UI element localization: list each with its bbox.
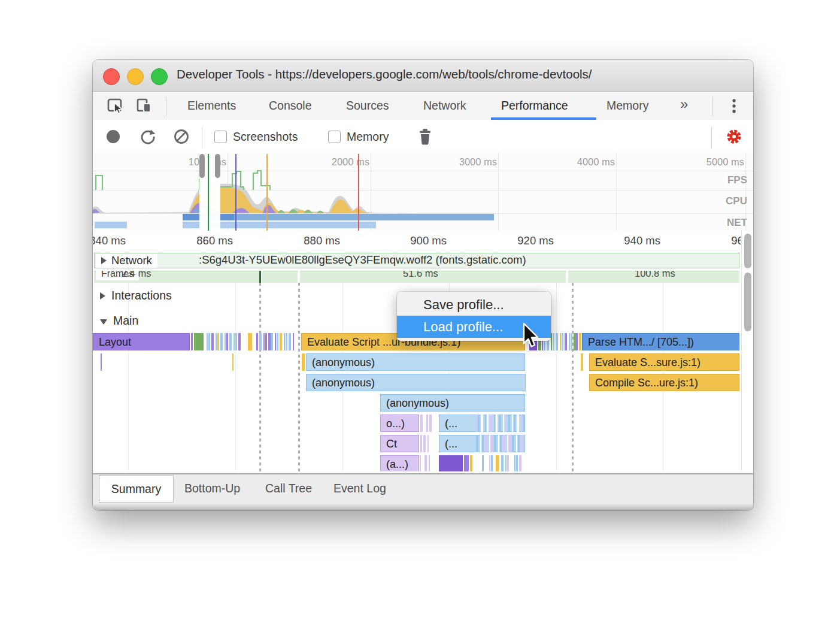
bottom-tab-bottom-up[interactable]: Bottom-Up: [184, 482, 240, 495]
flame-bar-paint[interactable]: [194, 333, 204, 350]
devtools-window: Developer Tools - https://developers.goo…: [93, 60, 753, 510]
minimize-window-button[interactable]: [127, 68, 144, 85]
flame-stripe: [275, 333, 276, 350]
flame-bar-anonymous[interactable]: (anonymous): [380, 394, 525, 412]
record-button[interactable]: [106, 129, 120, 144]
ruler-tick: 860 ms: [175, 234, 233, 247]
flame-stripe: [565, 333, 567, 350]
flame-stripe: [503, 415, 504, 432]
scrollbar-thumb[interactable]: [744, 234, 751, 268]
net-request-bar: [95, 222, 127, 228]
tab-elements[interactable]: Elements: [187, 99, 236, 113]
flame-stripe: [518, 435, 520, 452]
flame-bar-anonymous[interactable]: (anonymous): [306, 374, 526, 391]
scrollbar-thumb[interactable]: [744, 273, 751, 331]
network-request-name: :S6g4U3t-Y5UEw0lE80llgEseQY3FEmqw.woff2 …: [199, 253, 526, 267]
flame-stripe: [293, 333, 294, 350]
tab-memory[interactable]: Memory: [607, 99, 648, 113]
flame-stripe: [516, 455, 518, 471]
flame-bar-o[interactable]: o...): [380, 415, 419, 432]
flame-stripe: [256, 333, 258, 350]
reload-record-button[interactable]: [140, 128, 156, 145]
screenshots-checkbox[interactable]: [214, 131, 227, 143]
flame-stripe: [232, 353, 233, 371]
flame-stripe: [485, 455, 487, 471]
vertical-scrollbar[interactable]: [741, 231, 753, 471]
window-title: Developer Tools - https://developers.goo…: [177, 67, 592, 81]
flame-stripe: [491, 455, 493, 471]
flame-bar-ct[interactable]: Ct: [380, 435, 419, 452]
flame-stripe: [481, 415, 483, 432]
onload-event-line: [266, 154, 268, 231]
flame-stripe: [427, 435, 429, 452]
memory-checkbox[interactable]: [328, 131, 341, 143]
flame-stripe: [507, 455, 509, 471]
devtools-menu-icon[interactable]: [730, 96, 738, 116]
frame-bar[interactable]: [262, 271, 298, 283]
screenshots-checkbox-label[interactable]: Screenshots: [233, 130, 298, 144]
flame-stripe: [508, 415, 510, 432]
inspect-element-icon[interactable]: [107, 97, 125, 115]
flame-stripe: [517, 415, 519, 432]
expand-triangle-icon[interactable]: [101, 257, 107, 264]
flame-stripe: [551, 333, 552, 350]
flame-stripe: [503, 435, 505, 452]
clear-button[interactable]: [173, 128, 190, 145]
frame-marker: [259, 271, 261, 283]
settings-gear-icon[interactable]: [724, 126, 744, 147]
detail-ruler[interactable]: 840 ms 860 ms 880 ms 900 ms 920 ms 940 m…: [93, 231, 753, 252]
flame-stripe: [280, 333, 282, 350]
ruler-tick: 880 ms: [283, 234, 340, 247]
more-tabs-icon[interactable]: »: [680, 96, 688, 113]
flame-bar-parse-html[interactable]: Parse HTM.../ [705...]): [582, 333, 739, 350]
flame-bar-layout[interactable]: Layout: [93, 333, 190, 350]
flame-stripe: [429, 415, 432, 432]
bottom-tab-event-log[interactable]: Event Log: [333, 482, 386, 495]
ruler-tick: 840 ms: [93, 234, 126, 247]
selection-left-handle[interactable]: [199, 154, 205, 178]
bottom-tab-summary[interactable]: Summary: [99, 475, 174, 503]
flame-bar-a[interactable]: (a...): [380, 455, 419, 471]
zoom-window-button[interactable]: [151, 68, 168, 85]
tab-network[interactable]: Network: [423, 99, 466, 113]
frame-duration: 2.4 ms: [122, 271, 151, 279]
bottom-tab-call-tree[interactable]: Call Tree: [265, 482, 312, 495]
flame-stripe: [235, 333, 237, 350]
flame-stripe: [571, 333, 572, 350]
memory-checkbox-label[interactable]: Memory: [347, 130, 389, 144]
selection-right-handle[interactable]: [215, 154, 220, 178]
flame-bar-script[interactable]: [248, 333, 252, 350]
flame-chart[interactable]: Layout Evaluate Script ...ur-bundle.js:1…: [93, 331, 741, 471]
tabbar-divider: [712, 96, 713, 116]
flame-bar-compile-sc[interactable]: Compile Sc...ure.js:1): [589, 374, 739, 391]
flame-stripe: [487, 415, 489, 432]
main-track-header[interactable]: Main: [100, 314, 138, 328]
frames-track: Frames 2.4 ms 51.6 ms 100.8 ms: [93, 271, 741, 283]
toolbar-divider: [166, 96, 166, 116]
interactions-track-header[interactable]: Interactions: [100, 289, 172, 303]
flame-bar-evaluate-s[interactable]: Evaluate S...sure.js:1): [589, 353, 739, 371]
flame-stripe: [277, 333, 278, 350]
flame-bar-anonymous[interactable]: (anonymous): [306, 353, 525, 371]
flame-stripe: [556, 333, 558, 350]
tab-performance[interactable]: Performance: [501, 99, 568, 113]
flame-stripe: [476, 415, 477, 432]
network-track-header[interactable]: Network: [96, 253, 157, 268]
collapse-triangle-icon[interactable]: [100, 319, 107, 325]
flame-stripe: [496, 455, 499, 471]
expand-triangle-icon[interactable]: [100, 292, 105, 300]
flame-stripe: [429, 435, 431, 452]
flame-stripe: [519, 455, 521, 471]
menu-item-save-profile[interactable]: Save profile...: [397, 294, 551, 316]
trash-icon[interactable]: [415, 126, 435, 148]
flame-stripe: [470, 455, 472, 471]
flame-stripe: [496, 415, 498, 432]
timeline-overview[interactable]: 1000 ms 2000 ms 3000 ms 4000 ms 5000 ms: [93, 153, 753, 231]
flame-stripe: [217, 333, 219, 350]
close-window-button[interactable]: [103, 68, 120, 85]
title-bar[interactable]: Developer Tools - https://developers.goo…: [93, 60, 753, 92]
tab-console[interactable]: Console: [269, 99, 312, 113]
flame-stripe: [576, 333, 578, 350]
device-toolbar-icon[interactable]: [135, 97, 153, 115]
tab-sources[interactable]: Sources: [346, 99, 389, 113]
